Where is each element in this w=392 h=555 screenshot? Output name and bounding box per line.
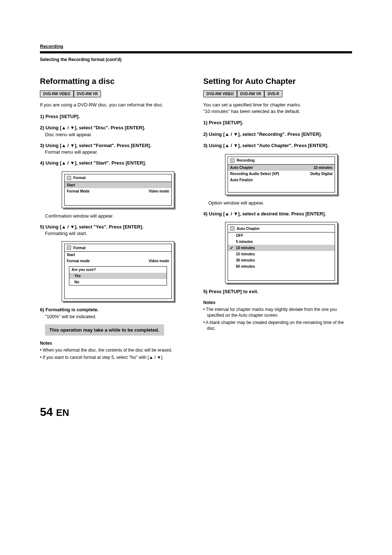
left-step-2: 2) Using [▲ / ▼], select "Disc". Press [… [40, 125, 189, 131]
left-step-4: 4) Using [▲ / ▼], select "Start". Press … [40, 160, 189, 166]
osd-row-label: Auto Chapter [230, 166, 253, 170]
osd-yes: Yes [69, 273, 167, 279]
left-step-5-note: Formatting will start. [45, 231, 189, 236]
osd-row-label: Format mode [67, 259, 90, 263]
right-column: Setting for Auto Chapter DVD-RW VIDEO DV… [203, 77, 352, 362]
left-step-5: 5) Using [▲ / ▼], select "Yes". Press [E… [40, 224, 189, 230]
tag-dvd-rw-vr: DVD-RW VR [74, 90, 101, 97]
tag-dvd-rw-vr: DVD-RW VR [237, 90, 265, 97]
left-step-3-note: Format menu will appear. [45, 149, 189, 155]
right-step-3: 3) Using [▲ / ▼], select "Auto Chapter".… [203, 142, 352, 149]
left-step-1: 1) Press [SETUP]. [40, 113, 189, 120]
right-step-3-note: Option window will appear. [208, 200, 352, 206]
osd-row-value: Dolby Digital [310, 172, 332, 176]
tag-dvd-rw-video: DVD-RW VIDEO [203, 90, 237, 97]
right-intro-1: You can set a specified time for chapter… [203, 102, 352, 108]
osd-format-1: Format Start Format Mode Video mode [62, 171, 174, 208]
osd-row: Start [67, 183, 75, 187]
osd-row-label: Format Mode [67, 189, 90, 193]
osd-recording: Recording Auto Chapter 10 minutes Record… [225, 154, 338, 195]
tab-icon [230, 226, 234, 231]
subheader: Selecting the Recording format (cont'd) [40, 57, 352, 62]
osd-row-value: Video mode [149, 259, 170, 263]
osd-row-value: 10 minutes [314, 166, 332, 170]
tag-dvd-r: DVD-R [264, 90, 282, 97]
left-column: Reformatting a disc DVD-RW VIDEO DVD-RW … [40, 77, 189, 362]
left-step-3: 3) Using [▲ / ▼], select "Format". Press… [40, 142, 189, 149]
osd-auto-chapter: Auto Chapter OFF 5 minutes 10 minutes 15… [225, 222, 338, 283]
right-step-2: 2) Using [▲ / ▼], select "Recording". Pr… [203, 131, 352, 138]
left-title: Reformatting a disc [40, 77, 189, 86]
section-header: Recording [40, 44, 352, 49]
divider [40, 51, 352, 53]
osd-row: Start [67, 253, 75, 257]
note-item: • When you reformat the disc, the conten… [44, 347, 189, 353]
callout-box: This operation may take a while to be co… [45, 324, 164, 336]
osd-row-label: Auto Finalize [230, 178, 253, 182]
osd-row-value: Video mode [149, 189, 170, 193]
note-item: • The interval for chapter marks may sli… [207, 307, 352, 318]
right-step-5: 5) Press [SETUP] to exit. [203, 288, 352, 295]
osd-option: 30 minutes [228, 257, 335, 263]
osd-option: 15 minutes [228, 251, 335, 257]
notes-title: Notes [40, 341, 189, 346]
tag-dvd-rw-video: DVD-RW VIDEO [40, 90, 74, 97]
left-step-4-note: Confirmation window will appear. [45, 213, 189, 219]
tab-icon [230, 158, 234, 163]
osd-option-selected: 10 minutes [228, 245, 335, 251]
osd-title: Format [73, 176, 86, 180]
osd-sub-title: Are you sure? [69, 267, 167, 273]
left-intro: If you are using a DVD-RW disc, you can … [40, 102, 189, 108]
page-lang: EN [56, 407, 69, 418]
osd-option: 60 minutes [228, 263, 335, 270]
osd-format-2: Format Start Format mode Video mode Are … [62, 241, 174, 301]
left-step-6: 6) Formatting is complete. [40, 307, 189, 313]
osd-title: Recording [237, 158, 254, 162]
right-step-4: 4) Using [▲ / ▼], select a desired time.… [203, 211, 352, 217]
left-step-2-note: Disc menu will appear. [45, 132, 189, 137]
right-title: Setting for Auto Chapter [203, 77, 352, 86]
osd-row-label: Recording Audio Select (XP) [230, 172, 279, 176]
osd-option: OFF [228, 232, 335, 239]
page-number: 54 EN [40, 405, 352, 419]
note-item: • A blank chapter may be created dependi… [207, 320, 352, 331]
osd-title: Auto Chapter [237, 227, 260, 231]
left-tags: DVD-RW VIDEO DVD-RW VR [40, 90, 189, 97]
osd-option: 5 minutes [228, 239, 335, 245]
left-step-6-note: "100%" will be indicated. [45, 314, 189, 319]
tab-icon [67, 176, 71, 180]
tab-icon [67, 246, 71, 250]
note-item: • If you want to cancel format at step 5… [44, 355, 189, 360]
osd-title: Format [73, 246, 86, 250]
notes-title: Notes [203, 300, 352, 305]
right-tags: DVD-RW VIDEO DVD-RW VR DVD-R [203, 90, 352, 97]
right-step-1: 1) Press [SETUP]. [203, 119, 352, 126]
osd-no: No [69, 279, 167, 285]
right-intro-2: "10 minutes" has been selected as the de… [203, 108, 352, 115]
page-num-value: 54 [40, 405, 53, 418]
